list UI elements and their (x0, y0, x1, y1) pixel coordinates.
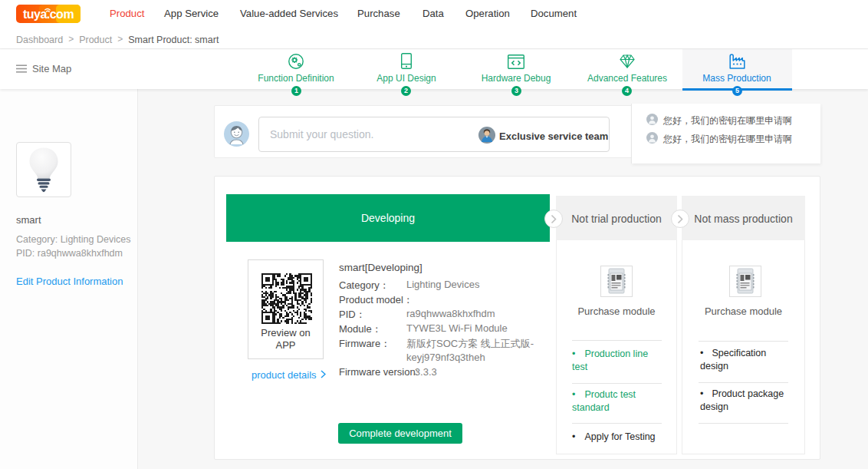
svg-text:tuya.com: tuya.com (23, 8, 74, 21)
